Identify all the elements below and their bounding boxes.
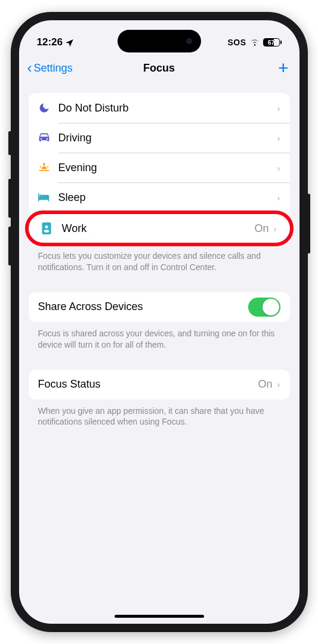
- focus-item-label: Evening: [56, 162, 277, 174]
- focus-item-label: Work: [60, 222, 255, 235]
- page-title: Focus: [143, 62, 175, 75]
- status-label: Focus Status: [38, 378, 258, 391]
- car-icon: [38, 133, 56, 143]
- location-icon: [65, 38, 74, 47]
- nav-bar: ‹ Settings Focus +: [19, 54, 300, 82]
- focus-item-label: Sleep: [56, 191, 277, 204]
- status-value: On: [258, 378, 272, 391]
- share-group: Share Across Devices: [29, 292, 290, 322]
- share-across-devices-row[interactable]: Share Across Devices: [29, 292, 290, 322]
- screen: 12:26 SOS 67 ‹ Settings Foc: [19, 20, 300, 624]
- share-label: Share Across Devices: [38, 301, 248, 313]
- focus-item-label: Driving: [56, 132, 277, 144]
- wifi-icon: [249, 38, 260, 47]
- focus-footer: Focus lets you customize your devices an…: [29, 244, 290, 273]
- focus-item-do-not-disturb[interactable]: Do Not Disturb ›: [29, 93, 290, 123]
- share-footer: Focus is shared across your devices, and…: [29, 322, 290, 351]
- focus-status-row[interactable]: Focus Status On ›: [29, 370, 290, 400]
- battery-indicator: 67: [263, 38, 282, 47]
- focus-item-driving[interactable]: Driving ›: [29, 123, 290, 153]
- chevron-right-icon: ›: [277, 193, 280, 203]
- status-time: 12:26: [37, 36, 63, 48]
- sos-indicator: SOS: [227, 38, 246, 47]
- focus-item-value: On: [254, 222, 268, 235]
- chevron-right-icon: ›: [277, 379, 280, 389]
- focus-item-evening[interactable]: Evening ›: [29, 153, 290, 182]
- share-toggle[interactable]: [248, 298, 280, 317]
- chevron-right-icon: ›: [277, 163, 280, 173]
- svg-point-1: [45, 225, 48, 228]
- add-button[interactable]: +: [278, 59, 291, 77]
- chevron-right-icon: ›: [277, 103, 280, 113]
- chevron-right-icon: ›: [274, 224, 277, 234]
- bed-icon: [38, 193, 56, 202]
- badge-icon: [42, 222, 60, 234]
- focus-item-sleep[interactable]: Sleep ›: [29, 182, 290, 212]
- focus-item-work[interactable]: Work On ›: [25, 210, 294, 246]
- focus-item-label: Do Not Disturb: [56, 102, 277, 114]
- sunset-icon: [38, 162, 56, 173]
- home-indicator[interactable]: [115, 615, 204, 618]
- chevron-left-icon: ‹: [27, 60, 32, 76]
- back-label: Settings: [34, 62, 73, 75]
- status-footer: When you give an app permission, it can …: [29, 400, 290, 428]
- svg-rect-2: [44, 230, 48, 233]
- dynamic-island: [118, 30, 201, 52]
- chevron-right-icon: ›: [277, 133, 280, 143]
- phone-frame: 12:26 SOS 67 ‹ Settings Foc: [11, 12, 308, 632]
- back-button[interactable]: ‹ Settings: [27, 60, 73, 76]
- focus-list: Do Not Disturb › Driving › Evening ›: [29, 93, 290, 246]
- moon-icon: [38, 102, 56, 114]
- status-group: Focus Status On ›: [29, 370, 290, 400]
